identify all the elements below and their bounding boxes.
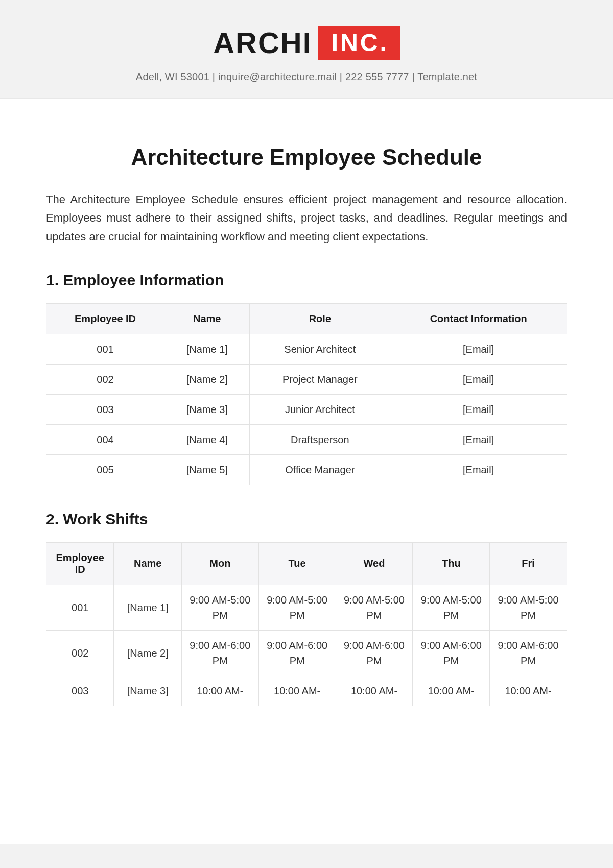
- cell-tue: 9:00 AM-6:00 PM: [258, 630, 336, 676]
- logo: ARCHI INC.: [213, 26, 400, 60]
- table-row: 004 [Name 4] Draftsperson [Email]: [46, 424, 567, 454]
- cell-id: 005: [46, 454, 164, 485]
- cell-id: 003: [46, 394, 164, 424]
- cell-mon: 10:00 AM-: [181, 676, 258, 706]
- cell-name: [Name 2]: [164, 364, 250, 394]
- cell-tue: 10:00 AM-: [258, 676, 336, 706]
- cell-name: [Name 2]: [114, 630, 181, 676]
- table-row: 005 [Name 5] Office Manager [Email]: [46, 454, 567, 485]
- col-employee-id: Employee ID: [46, 303, 164, 334]
- col-mon: Mon: [181, 542, 258, 585]
- col-employee-id: Employee ID: [46, 542, 114, 585]
- cell-contact: [Email]: [390, 394, 567, 424]
- cell-id: 002: [46, 364, 164, 394]
- cell-name: [Name 5]: [164, 454, 250, 485]
- cell-wed: 9:00 AM-5:00 PM: [336, 585, 413, 630]
- cell-name: [Name 4]: [164, 424, 250, 454]
- cell-role: Draftsperson: [250, 424, 390, 454]
- table-header-row: Employee ID Name Mon Tue Wed Thu Fri: [46, 542, 567, 585]
- cell-id: 001: [46, 334, 164, 364]
- work-shifts-table: Employee ID Name Mon Tue Wed Thu Fri 001…: [46, 542, 567, 706]
- cell-wed: 10:00 AM-: [336, 676, 413, 706]
- cell-fri: 9:00 AM-6:00 PM: [490, 630, 567, 676]
- cell-contact: [Email]: [390, 334, 567, 364]
- page-title: Architecture Employee Schedule: [46, 144, 567, 170]
- cell-contact: [Email]: [390, 424, 567, 454]
- table-row: 003 [Name 3] Junior Architect [Email]: [46, 394, 567, 424]
- logo-text-right: INC.: [318, 26, 400, 60]
- logo-text-left: ARCHI: [213, 26, 312, 60]
- cell-id: 002: [46, 630, 114, 676]
- intro-paragraph: The Architecture Employee Schedule ensur…: [46, 190, 567, 246]
- cell-thu: 9:00 AM-5:00 PM: [413, 585, 490, 630]
- table-row: 002 [Name 2] 9:00 AM-6:00 PM 9:00 AM-6:0…: [46, 630, 567, 676]
- cell-mon: 9:00 AM-5:00 PM: [181, 585, 258, 630]
- cell-fri: 9:00 AM-5:00 PM: [490, 585, 567, 630]
- cell-thu: 9:00 AM-6:00 PM: [413, 630, 490, 676]
- document-header: ARCHI INC. Adell, WI 53001 | inquire@arc…: [0, 0, 613, 99]
- document-body: Architecture Employee Schedule The Archi…: [0, 99, 613, 844]
- cell-contact: [Email]: [390, 454, 567, 485]
- section-heading-employee-info: 1. Employee Information: [46, 272, 567, 289]
- table-row: 001 [Name 1] Senior Architect [Email]: [46, 334, 567, 364]
- cell-role: Junior Architect: [250, 394, 390, 424]
- col-fri: Fri: [490, 542, 567, 585]
- cell-id: 001: [46, 585, 114, 630]
- col-contact: Contact Information: [390, 303, 567, 334]
- employee-info-table: Employee ID Name Role Contact Informatio…: [46, 303, 567, 485]
- cell-name: [Name 3]: [164, 394, 250, 424]
- table-row: 003 [Name 3] 10:00 AM- 10:00 AM- 10:00 A…: [46, 676, 567, 706]
- cell-id: 003: [46, 676, 114, 706]
- cell-name: [Name 3]: [114, 676, 181, 706]
- cell-tue: 9:00 AM-5:00 PM: [258, 585, 336, 630]
- cell-fri: 10:00 AM-: [490, 676, 567, 706]
- cell-name: [Name 1]: [164, 334, 250, 364]
- cell-contact: [Email]: [390, 364, 567, 394]
- cell-thu: 10:00 AM-: [413, 676, 490, 706]
- table-row: 001 [Name 1] 9:00 AM-5:00 PM 9:00 AM-5:0…: [46, 585, 567, 630]
- col-name: Name: [164, 303, 250, 334]
- section-heading-work-shifts: 2. Work Shifts: [46, 511, 567, 528]
- col-thu: Thu: [413, 542, 490, 585]
- col-tue: Tue: [258, 542, 336, 585]
- col-name: Name: [114, 542, 181, 585]
- cell-name: [Name 1]: [114, 585, 181, 630]
- cell-mon: 9:00 AM-6:00 PM: [181, 630, 258, 676]
- cell-role: Project Manager: [250, 364, 390, 394]
- col-role: Role: [250, 303, 390, 334]
- table-row: 002 [Name 2] Project Manager [Email]: [46, 364, 567, 394]
- contact-line: Adell, WI 53001 | inquire@architecture.m…: [0, 71, 613, 83]
- table-header-row: Employee ID Name Role Contact Informatio…: [46, 303, 567, 334]
- cell-role: Senior Architect: [250, 334, 390, 364]
- cell-id: 004: [46, 424, 164, 454]
- cell-wed: 9:00 AM-6:00 PM: [336, 630, 413, 676]
- col-wed: Wed: [336, 542, 413, 585]
- cell-role: Office Manager: [250, 454, 390, 485]
